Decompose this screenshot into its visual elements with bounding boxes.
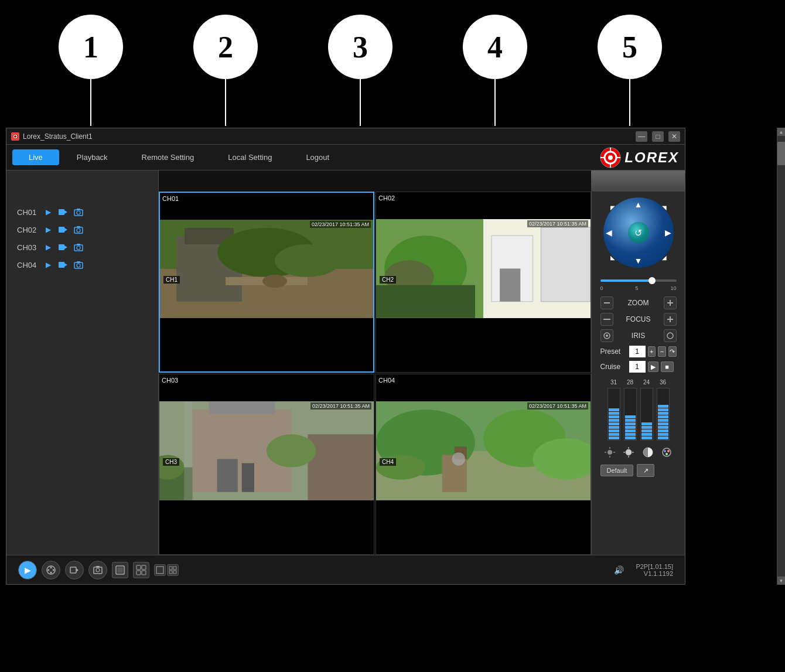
circle-3-num: 3 bbox=[328, 15, 392, 79]
cam03-scene: 02/23/2017 10:51:35 AM CH3 bbox=[159, 401, 374, 500]
layout-quad-btn[interactable] bbox=[133, 562, 149, 578]
bar-36 bbox=[657, 388, 670, 441]
apply-btn[interactable]: ↗ bbox=[637, 464, 654, 477]
ptz-ul-arrow[interactable]: ◤ bbox=[610, 204, 615, 211]
ch02-video-btn[interactable] bbox=[58, 224, 69, 235]
cruise-go-btn[interactable]: ▶ bbox=[648, 361, 658, 372]
lorex-text: LOREX bbox=[624, 149, 679, 166]
circle-4-num: 4 bbox=[463, 15, 527, 79]
circle-5: 5 bbox=[598, 15, 662, 126]
brightness-icon[interactable] bbox=[603, 445, 617, 459]
bars-area: 31 bbox=[600, 379, 677, 441]
svg-rect-18 bbox=[77, 226, 80, 228]
preset-go-btn[interactable]: ↷ bbox=[668, 346, 677, 357]
svg-marker-95 bbox=[76, 568, 78, 572]
circle-5-line bbox=[629, 79, 630, 126]
layout-single-btn[interactable] bbox=[154, 564, 166, 576]
live-play-btn[interactable]: ▶ bbox=[18, 561, 37, 579]
ptz-speed-slider[interactable] bbox=[600, 279, 677, 282]
ch03-snapshot-btn[interactable] bbox=[73, 242, 84, 253]
ptz-dl-arrow[interactable]: ◣ bbox=[610, 254, 615, 261]
nav-bar: Live Playback Remote Setting Local Setti… bbox=[6, 145, 685, 170]
bottom-tools: ▶ bbox=[18, 561, 179, 579]
svg-rect-23 bbox=[77, 244, 80, 245]
svg-point-86 bbox=[664, 450, 666, 452]
cam02-image-area: 02/23/2017 10:51:35 AM CH2 bbox=[376, 219, 591, 318]
circle-2: 2 bbox=[193, 15, 258, 126]
ptz-up-arrow[interactable]: ▲ bbox=[634, 200, 643, 209]
scroll-up-btn[interactable]: ▲ bbox=[777, 128, 786, 136]
ptz-dr-arrow[interactable]: ◢ bbox=[662, 254, 667, 261]
version-info: P2P[1.01.15] V1.1.1192 bbox=[636, 563, 673, 577]
camera-cell-ch02[interactable]: CH02 bbox=[376, 192, 591, 373]
bar-24-fill bbox=[641, 414, 653, 440]
tab-remote-setting[interactable]: Remote Setting bbox=[125, 149, 211, 165]
ch03-video-btn[interactable] bbox=[58, 242, 69, 253]
zoom-row: ZOOM bbox=[600, 296, 677, 309]
scroll-thumb[interactable] bbox=[777, 142, 786, 165]
saturation-icon[interactable] bbox=[660, 445, 674, 459]
cam01-svg bbox=[160, 220, 373, 318]
ptz-left-arrow[interactable]: ◀ bbox=[606, 228, 612, 237]
ch01-snapshot-btn[interactable] bbox=[73, 207, 84, 217]
scroll-down-btn[interactable]: ▼ bbox=[777, 577, 786, 585]
ptz-right-arrow[interactable]: ▶ bbox=[665, 228, 671, 237]
zoom-plus-btn[interactable] bbox=[664, 296, 677, 309]
title-bar: Lorex_Stratus_Client1 — □ ✕ bbox=[6, 128, 685, 145]
default-button[interactable]: Default bbox=[600, 465, 634, 476]
minimize-button[interactable]: — bbox=[636, 131, 647, 142]
close-button[interactable]: ✕ bbox=[668, 131, 680, 142]
ch04-video-btn[interactable] bbox=[58, 260, 69, 270]
app-icon bbox=[11, 132, 19, 141]
slider-label-5: 5 bbox=[635, 285, 638, 291]
title-bar-controls[interactable]: — □ ✕ bbox=[636, 131, 680, 142]
iris-minus-btn[interactable] bbox=[600, 329, 613, 342]
layout-4x4-btn[interactable] bbox=[167, 564, 179, 576]
contrast-icon[interactable] bbox=[641, 445, 655, 459]
iris-plus-btn[interactable] bbox=[664, 329, 677, 342]
focus-plus-btn[interactable] bbox=[664, 313, 677, 326]
cam02-scene: 02/23/2017 10:51:35 AM CH2 bbox=[376, 219, 591, 318]
bar-label-24: 24 bbox=[643, 379, 650, 386]
nav-tabs: Live Playback Remote Setting Local Setti… bbox=[12, 149, 600, 165]
svg-rect-68 bbox=[603, 319, 610, 320]
layout-buttons bbox=[154, 564, 179, 576]
camera-cell-ch03[interactable]: CH03 bbox=[159, 374, 374, 555]
svg-point-88 bbox=[665, 453, 668, 455]
svg-rect-65 bbox=[604, 302, 610, 303]
camera-cell-ch04[interactable]: CH04 bbox=[376, 374, 591, 555]
camera-cell-ch01[interactable]: CH01 02/23/20 bbox=[159, 192, 374, 373]
preset-add-btn[interactable]: + bbox=[648, 346, 656, 357]
tab-playback[interactable]: Playback bbox=[60, 149, 124, 165]
tab-live[interactable]: Live bbox=[12, 149, 59, 165]
maximize-button[interactable]: □ bbox=[652, 131, 664, 142]
ch04-snapshot-btn[interactable] bbox=[73, 260, 84, 270]
ch02-play-btn[interactable]: ▶ bbox=[43, 224, 53, 235]
ptz-center-btn[interactable]: ↺ bbox=[628, 222, 649, 243]
ch03-play-btn[interactable]: ▶ bbox=[43, 242, 53, 253]
preset-del-btn[interactable]: − bbox=[658, 346, 666, 357]
record-btn[interactable] bbox=[65, 561, 84, 579]
ptz-down-arrow[interactable]: ▼ bbox=[634, 256, 643, 265]
focus-minus-btn[interactable] bbox=[600, 313, 613, 326]
sun-icon[interactable] bbox=[622, 445, 636, 459]
preset-row: Preset 1 + − ↷ bbox=[600, 346, 677, 357]
channel-item-ch02: CH02 ▶ bbox=[12, 221, 152, 238]
cam01-bottom bbox=[160, 318, 373, 372]
ptz-btn[interactable] bbox=[42, 561, 60, 579]
svg-rect-14 bbox=[59, 227, 64, 233]
tab-local-setting[interactable]: Local Setting bbox=[211, 149, 288, 165]
ch01-video-btn[interactable] bbox=[58, 207, 69, 217]
cruise-stop-btn[interactable]: ■ bbox=[661, 361, 674, 372]
ch02-snapshot-btn[interactable] bbox=[73, 224, 84, 235]
preset-input[interactable]: 1 bbox=[629, 346, 646, 357]
ptz-ur-arrow[interactable]: ◥ bbox=[662, 204, 667, 211]
volume-icon[interactable]: 🔊 bbox=[614, 565, 624, 575]
ch04-play-btn[interactable]: ▶ bbox=[43, 260, 53, 270]
tab-logout[interactable]: Logout bbox=[289, 149, 346, 165]
zoom-minus-btn[interactable] bbox=[600, 296, 613, 309]
snapshot-btn[interactable] bbox=[88, 561, 107, 579]
ch01-play-btn[interactable]: ▶ bbox=[43, 207, 53, 217]
fullscreen-btn[interactable] bbox=[112, 562, 128, 578]
cruise-input[interactable]: 1 bbox=[629, 361, 646, 373]
